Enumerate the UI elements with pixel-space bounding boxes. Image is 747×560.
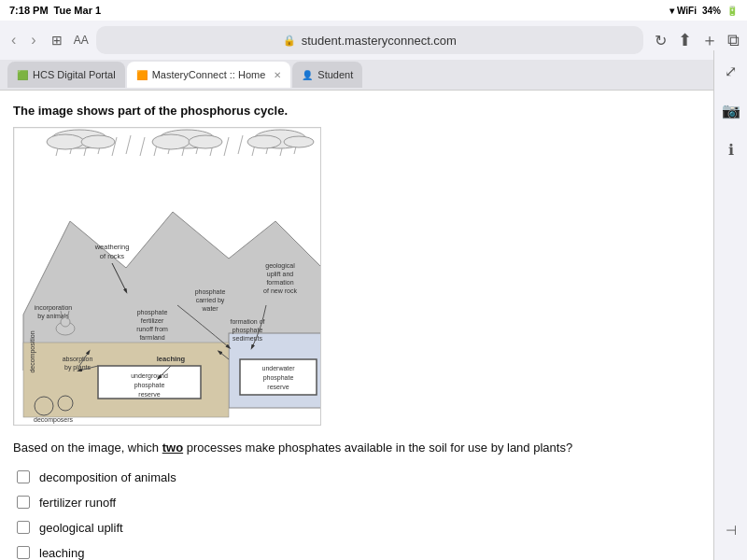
svg-text:weathering: weathering (94, 243, 130, 251)
svg-text:phosphate: phosphate (263, 374, 294, 382)
svg-point-23 (152, 134, 190, 149)
share-button[interactable]: ⬆ (678, 30, 692, 50)
battery-display: 34% (702, 6, 721, 16)
url-display: student.masteryconnect.com (302, 34, 457, 48)
svg-text:leaching: leaching (157, 355, 186, 363)
battery-icon: 🔋 (726, 6, 738, 16)
checkbox-fertilizer-runoff[interactable] (17, 496, 30, 509)
tab-hcs-digital-portal[interactable]: 🟩 HCS Digital Portal (7, 62, 125, 88)
diagram-svg: underground phosphate reserve underwater… (14, 128, 321, 426)
back-button[interactable]: ‹ (7, 30, 20, 50)
tabs-bar: 🟩 HCS Digital Portal 🟧 MasteryConnect ::… (0, 60, 747, 90)
student-tab-favicon: 👤 (302, 70, 313, 80)
main-content: The image shows part of the phosphorus c… (0, 91, 713, 560)
choice-label-a: decomposition of animals (39, 470, 176, 484)
svg-text:of rocks: of rocks (100, 252, 125, 260)
mastery-tab-favicon: 🟧 (136, 70, 148, 80)
choice-label-b: fertilizer runoff (39, 496, 116, 510)
svg-text:decomposers: decomposers (34, 416, 74, 424)
mastery-tab-label: MasteryConnect :: Home (152, 69, 266, 80)
choice-label-c: geological uplift (39, 521, 123, 535)
collapse-sidebar-button[interactable]: ⊣ (718, 517, 744, 543)
svg-text:absorption: absorption (63, 356, 93, 363)
wifi-icon: ▾ WiFi (669, 6, 697, 16)
question-prefix: Based on the image, which (13, 441, 159, 455)
info-button[interactable]: ℹ (718, 136, 744, 162)
new-tab-button[interactable]: ＋ (701, 29, 718, 51)
right-sidebar: ⤢ 📷 ℹ ⊣ (713, 50, 747, 560)
choice-decomposition-of-animals[interactable]: decomposition of animals (17, 470, 698, 484)
intro-text: The image shows part of the phosphorus c… (13, 104, 698, 118)
svg-text:runoff from: runoff from (136, 326, 168, 332)
svg-text:incorporation: incorporation (35, 304, 73, 312)
fullscreen-button[interactable]: ⤢ (718, 58, 744, 84)
phosphorus-cycle-diagram: underground phosphate reserve underwater… (13, 127, 321, 426)
svg-text:carried by: carried by (196, 297, 225, 304)
address-bar[interactable]: 🔒 student.masteryconnect.com (96, 26, 643, 54)
checkbox-geological-uplift[interactable] (17, 521, 30, 534)
answer-choices: decomposition of animals fertilizer runo… (17, 470, 698, 561)
browser-chrome: ‹ › ⊞ AA 🔒 student.masteryconnect.com ↻ … (0, 21, 747, 91)
toolbar-actions: ⬆ ＋ ⧉ (678, 29, 740, 51)
choice-label-d: leaching (39, 546, 84, 560)
svg-text:geological: geological (265, 262, 295, 270)
svg-text:phosphate: phosphate (137, 309, 168, 316)
tabs-overview-button[interactable]: ⧉ (727, 31, 740, 50)
reader-mode-button[interactable]: ⊞ (48, 31, 66, 49)
svg-text:underground: underground (131, 372, 168, 380)
hcs-tab-favicon: 🟩 (17, 70, 28, 80)
tab-masteryconnect-home[interactable]: 🟧 MasteryConnect :: Home ✕ (127, 62, 291, 88)
svg-text:of new rock: of new rock (263, 287, 297, 294)
checkbox-decomposition[interactable] (17, 470, 30, 483)
svg-text:formation of: formation of (231, 318, 265, 325)
svg-text:fertilizer: fertilizer (141, 317, 164, 324)
screenshot-button[interactable]: 📷 (718, 97, 744, 123)
reload-button[interactable]: ↻ (651, 30, 670, 51)
forward-button[interactable]: › (27, 30, 39, 50)
choice-geological-uplift[interactable]: geological uplift (17, 521, 698, 535)
hcs-tab-label: HCS Digital Portal (33, 69, 116, 80)
svg-text:phosphate: phosphate (195, 288, 226, 296)
svg-text:underwater: underwater (261, 365, 295, 371)
svg-point-20 (47, 134, 84, 149)
font-size-indicator: AA (74, 34, 89, 47)
svg-text:decomposition: decomposition (29, 330, 36, 372)
tab-student[interactable]: 👤 Student (292, 62, 362, 88)
question-emphasis: two (162, 441, 183, 455)
browser-toolbar: ‹ › ⊞ AA 🔒 student.masteryconnect.com ↻ … (0, 21, 747, 60)
student-tab-label: Student (317, 69, 353, 80)
svg-point-21 (81, 135, 115, 148)
svg-point-26 (247, 135, 281, 148)
svg-text:farmland: farmland (139, 334, 164, 341)
svg-text:by plants: by plants (64, 364, 92, 371)
svg-text:water: water (201, 305, 218, 312)
mastery-tab-close[interactable]: ✕ (274, 70, 281, 80)
status-bar: 7:18 PM Tue Mar 1 ▾ WiFi 34% 🔋 (0, 0, 747, 21)
intro-bold: The image shows part of the phosphorus c… (13, 104, 288, 118)
question-suffix: processes make phosphates available in t… (187, 441, 572, 455)
svg-text:reserve: reserve (267, 384, 289, 390)
lock-icon: 🔒 (283, 35, 296, 47)
svg-text:phosphate: phosphate (134, 382, 165, 389)
choice-fertilizer-runoff[interactable]: fertilizer runoff (17, 496, 698, 510)
svg-point-27 (284, 136, 314, 147)
question-text: Based on the image, which two processes … (13, 439, 698, 457)
svg-text:formation: formation (266, 279, 293, 286)
date-display: Tue Mar 1 (54, 5, 102, 16)
time-display: 7:18 PM (9, 5, 49, 16)
svg-text:uplift and: uplift and (267, 271, 294, 278)
checkbox-leaching[interactable] (17, 546, 30, 559)
svg-point-24 (189, 135, 222, 148)
svg-text:reserve: reserve (138, 391, 160, 398)
choice-leaching[interactable]: leaching (17, 546, 698, 560)
svg-text:sediments: sediments (233, 335, 262, 342)
